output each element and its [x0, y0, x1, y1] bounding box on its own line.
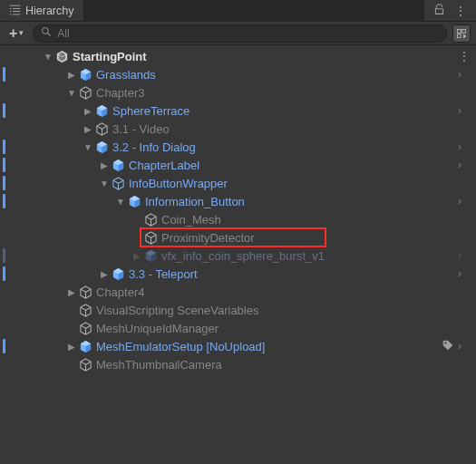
kebab-icon[interactable]: ⋮ [458, 49, 471, 63]
tree-row[interactable]: ▼ Information_Button › [0, 192, 476, 210]
cube-icon [78, 321, 92, 335]
node-label: ProximityDetector [161, 231, 255, 245]
node-label: vfx_info_coin_sphere_burst_v1 [161, 249, 325, 263]
tree-row[interactable]: ▶ vfx_info_coin_sphere_burst_v1 › [0, 246, 476, 265]
cube-icon [143, 248, 158, 263]
tree-row[interactable]: VisualScripting SceneVariables [0, 301, 476, 319]
node-label: MeshUniqueIdManager [96, 322, 219, 335]
prefab-bar [3, 339, 5, 353]
chevron-right-icon[interactable]: › [458, 104, 471, 117]
cube-icon [143, 212, 158, 227]
lock-icon[interactable] [433, 4, 445, 18]
prefab-bar [3, 176, 5, 190]
chevron-right-icon[interactable]: › [458, 340, 471, 353]
tab-hierarchy[interactable]: Hierarchy [0, 0, 84, 21]
chevron-right-icon[interactable]: › [458, 195, 471, 208]
expand-arrow-icon[interactable]: ▼ [42, 52, 54, 62]
node-label: VisualScripting SceneVariables [96, 304, 258, 317]
expand-arrow-icon[interactable]: ▶ [98, 160, 111, 170]
search-field[interactable] [33, 24, 447, 43]
expand-arrow-icon[interactable]: ▼ [65, 88, 78, 98]
node-label: Chapter4 [96, 285, 144, 299]
tree-row[interactable]: ▶ 3.3 - Teleport › [0, 265, 476, 283]
tab-actions: ⋮ [424, 0, 476, 21]
svg-line-1 [48, 34, 51, 36]
expand-arrow-icon[interactable]: ▼ [98, 179, 111, 188]
cube-icon [111, 176, 125, 190]
prefab-bar [3, 248, 5, 263]
scene-label: StartingPoint [73, 50, 147, 63]
node-label: ChapterLabel [129, 159, 199, 172]
node-label: MeshEmulatorSetup [NoUpload] [96, 340, 265, 353]
tree-row[interactable]: ▶ ChapterLabel › [0, 156, 476, 174]
tree-row[interactable]: ▼ Chapter3 [0, 83, 476, 102]
cube-icon [78, 357, 92, 372]
cube-icon [111, 266, 125, 281]
cube-icon [78, 85, 92, 100]
expand-arrow-icon[interactable]: ▶ [65, 287, 78, 297]
kebab-icon[interactable]: ⋮ [454, 5, 467, 17]
node-label: InfoButtonWrapper [129, 177, 228, 190]
tree-row[interactable]: ▶ 3.1 - Video [0, 120, 476, 138]
tree-row[interactable]: ▼ InfoButtonWrapper [0, 174, 476, 192]
hierarchy-tree[interactable]: ▼ StartingPoint ⋮ ▶ Grasslands › ▼ Chapt… [0, 45, 476, 464]
svg-rect-4 [458, 34, 461, 37]
prefab-bar [3, 103, 5, 118]
expand-arrow-icon[interactable]: ▶ [65, 70, 78, 80]
svg-point-5 [444, 342, 446, 343]
prefab-bar [3, 266, 5, 281]
expand-arrow-icon[interactable]: ▼ [82, 142, 94, 152]
cube-icon [78, 285, 92, 299]
tree-row[interactable]: ▶ Chapter4 [0, 283, 476, 301]
tree-row-proximity[interactable]: ProximityDetector [0, 228, 476, 246]
cube-icon [78, 339, 92, 353]
toolbar: + ▾ [0, 22, 476, 45]
tab-label: Hierarchy [25, 5, 74, 17]
chevron-right-icon[interactable]: › [458, 68, 471, 81]
scene-row-root[interactable]: ▼ StartingPoint ⋮ [0, 47, 476, 65]
tree-row[interactable]: MeshThumbnailCamera [0, 355, 476, 373]
filter-button[interactable] [452, 24, 471, 43]
tag-icon [442, 339, 454, 354]
node-label: MeshThumbnailCamera [96, 358, 222, 372]
dropdown-caret-icon: ▾ [19, 29, 24, 37]
search-input[interactable] [57, 27, 439, 40]
cube-icon [78, 67, 92, 82]
tree-row[interactable]: MeshUniqueIdManager [0, 319, 476, 337]
chevron-right-icon[interactable]: › [458, 267, 471, 280]
cube-icon [94, 103, 109, 118]
add-button[interactable]: + ▾ [5, 26, 27, 41]
tree-row[interactable]: Coin_Mesh [0, 210, 476, 228]
hierarchy-icon [9, 4, 21, 18]
tree-row[interactable]: ▶ MeshEmulatorSetup [NoUpload] › [0, 337, 476, 355]
chevron-right-icon[interactable]: › [458, 140, 471, 153]
expand-arrow-icon[interactable]: ▶ [82, 106, 94, 116]
tree-row[interactable]: ▶ Grasslands › [0, 65, 476, 83]
tab-bar: Hierarchy ⋮ [0, 0, 476, 22]
cube-icon [143, 230, 158, 245]
node-label: SphereTerrace [112, 104, 189, 118]
cube-icon [127, 194, 141, 208]
tree-row[interactable]: ▼ 3.2 - Info Dialog › [0, 138, 476, 156]
tree-row[interactable]: ▶ SphereTerrace › [0, 102, 476, 120]
chevron-right-icon[interactable]: › [458, 159, 471, 171]
expand-arrow-icon[interactable]: ▶ [131, 251, 143, 261]
expand-arrow-icon[interactable]: ▼ [114, 197, 127, 207]
svg-rect-3 [462, 29, 466, 33]
node-label: 3.3 - Teleport [129, 267, 198, 281]
chevron-right-icon[interactable]: › [458, 249, 471, 262]
expand-arrow-icon[interactable]: ▶ [98, 269, 111, 279]
node-label: Grasslands [96, 68, 156, 82]
prefab-bar [3, 67, 5, 82]
cube-icon [94, 140, 109, 154]
expand-arrow-icon[interactable]: ▶ [82, 124, 94, 134]
cube-icon [111, 158, 125, 172]
cube-icon [78, 303, 92, 317]
prefab-bar [3, 194, 5, 208]
plus-icon: + [9, 26, 17, 41]
unity-icon [54, 49, 69, 63]
prefab-bar [3, 158, 5, 172]
expand-arrow-icon[interactable]: ▶ [65, 342, 78, 352]
svg-rect-2 [458, 29, 461, 33]
cube-icon [94, 121, 109, 136]
